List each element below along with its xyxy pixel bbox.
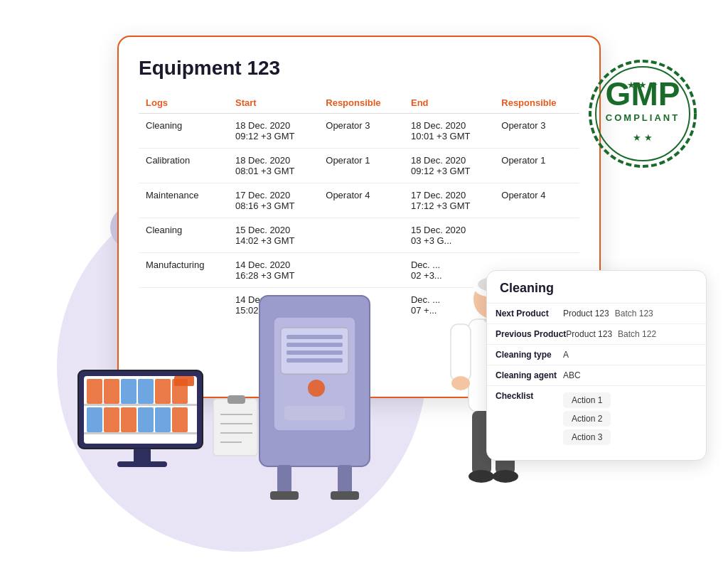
table-row: Calibration18 Dec. 2020 08:01 +3 GMTOper…: [139, 149, 579, 183]
svg-rect-40: [277, 465, 291, 493]
cell-r1-c1: 18 Dec. 2020 08:01 +3 GMT: [228, 149, 318, 183]
machine-illustration: [238, 260, 395, 509]
svg-rect-35: [287, 343, 343, 347]
svg-rect-9: [104, 379, 119, 404]
cell-r3-c4: [494, 218, 579, 253]
svg-rect-15: [87, 407, 102, 432]
next-product-batch: Batch 123: [615, 309, 653, 318]
col-responsible-2: Responsible: [494, 92, 579, 114]
cleaning-type-label: Cleaning type: [496, 350, 563, 360]
cell-r1-c3: 18 Dec. 2020 09:12 +3 GMT: [404, 149, 494, 183]
checklist-label: Checklist: [496, 391, 563, 401]
svg-rect-21: [84, 432, 197, 434]
cell-r2-c0: Maintenance: [139, 183, 228, 218]
detail-row-checklist: Checklist Action 1 Action 2 Action 3: [487, 386, 706, 451]
svg-text:COMPLIANT: COMPLIANT: [606, 112, 680, 123]
svg-rect-26: [228, 395, 245, 404]
cell-r2-c2: Operator 4: [318, 183, 404, 218]
cell-r2-c3: 17 Dec. 2020 17:12 +3 GMT: [404, 183, 494, 218]
svg-rect-36: [287, 350, 343, 355]
cell-r1-c0: Calibration: [139, 149, 228, 183]
svg-rect-16: [104, 407, 119, 432]
cell-r5-c0: [139, 288, 228, 323]
col-logs: Logs: [139, 92, 228, 114]
svg-text:★ ★ ★: ★ ★ ★: [627, 80, 658, 90]
detail-card: Cleaning Next Product Product 123 Batch …: [486, 270, 707, 461]
svg-rect-22: [174, 376, 194, 386]
cell-r2-c1: 17 Dec. 2020 08:16 +3 GMT: [228, 183, 318, 218]
action-3: Action 3: [563, 429, 611, 445]
svg-text:★ ★: ★ ★: [633, 132, 653, 143]
svg-rect-8: [87, 379, 102, 404]
svg-rect-48: [451, 324, 471, 381]
detail-row-next-product: Next Product Product 123 Batch 123: [487, 304, 706, 324]
cell-r3-c2: [318, 218, 404, 253]
svg-rect-14: [84, 404, 197, 406]
col-end: End: [404, 92, 494, 114]
cell-r0-c1: 18 Dec. 2020 09:12 +3 GMT: [228, 114, 318, 149]
detail-row-cleaning-type: Cleaning type A: [487, 345, 706, 365]
svg-rect-24: [117, 461, 167, 467]
cell-r3-c3: 15 Dec. 2020 03 +3 G...: [404, 218, 494, 253]
cell-r0-c2: Operator 3: [318, 114, 404, 149]
detail-row-cleaning-agent: Cleaning agent ABC: [487, 365, 706, 386]
cell-r2-c4: Operator 4: [494, 183, 579, 218]
equipment-title: Equipment 123: [139, 57, 579, 80]
detail-card-title: Cleaning: [487, 271, 706, 304]
cell-r1-c4: Operator 1: [494, 149, 579, 183]
prev-product-label: Previous Product: [496, 329, 566, 339]
cell-r0-c4: Operator 3: [494, 114, 579, 149]
col-responsible-1: Responsible: [318, 92, 404, 114]
svg-rect-12: [155, 379, 171, 404]
svg-rect-11: [138, 379, 154, 404]
svg-rect-34: [287, 335, 343, 339]
action-2: Action 2: [563, 411, 611, 427]
cell-r4-c0: Manufacturing: [139, 253, 228, 288]
next-product-label: Next Product: [496, 309, 563, 318]
svg-rect-19: [155, 407, 171, 432]
svg-point-55: [493, 470, 518, 483]
svg-rect-10: [121, 379, 136, 404]
cleaning-type-value: A: [563, 350, 569, 360]
gmp-stamp: GMP COMPLIANT ★ ★ ★ ★ ★: [586, 57, 700, 171]
cell-r0-c0: Cleaning: [139, 114, 228, 149]
svg-rect-23: [134, 449, 151, 463]
table-row: Cleaning15 Dec. 2020 14:02 +3 GMT15 Dec.…: [139, 218, 579, 253]
next-product-value: Product 123: [563, 309, 609, 318]
cleaning-agent-value: ABC: [563, 370, 581, 380]
prev-product-batch: Batch 122: [618, 329, 656, 339]
svg-rect-41: [338, 465, 352, 493]
cell-r3-c1: 15 Dec. 2020 14:02 +3 GMT: [228, 218, 318, 253]
svg-rect-20: [172, 407, 188, 432]
table-header-row: Logs Start Responsible End Responsible: [139, 92, 579, 114]
checklist-actions: Action 1 Action 2 Action 3: [563, 391, 611, 446]
doc-illustration: [210, 392, 263, 459]
svg-rect-37: [287, 358, 343, 363]
cell-r0-c3: 18 Dec. 2020 10:01 +3 GMT: [404, 114, 494, 149]
cell-r1-c2: Operator 1: [318, 149, 404, 183]
main-scene: GMP COMPLIANT ★ ★ ★ ★ ★ Equipment 123 Lo…: [0, 0, 728, 573]
svg-rect-18: [138, 407, 154, 432]
cell-r3-c0: Cleaning: [139, 218, 228, 253]
cleaning-agent-label: Cleaning agent: [496, 370, 563, 380]
svg-rect-42: [270, 491, 299, 500]
svg-rect-17: [121, 407, 136, 432]
action-1: Action 1: [563, 392, 611, 408]
svg-point-54: [469, 470, 494, 483]
desktop-illustration: [71, 367, 213, 481]
prev-product-value: Product 123: [566, 329, 612, 339]
svg-point-50: [451, 376, 470, 390]
table-row: Cleaning18 Dec. 2020 09:12 +3 GMTOperato…: [139, 114, 579, 149]
svg-point-38: [308, 380, 325, 397]
detail-row-prev-product: Previous Product Product 123 Batch 122: [487, 324, 706, 345]
table-row: Maintenance17 Dec. 2020 08:16 +3 GMTOper…: [139, 183, 579, 218]
svg-rect-39: [284, 406, 345, 420]
col-start: Start: [228, 92, 318, 114]
svg-rect-25: [213, 399, 257, 456]
svg-rect-43: [331, 491, 359, 500]
